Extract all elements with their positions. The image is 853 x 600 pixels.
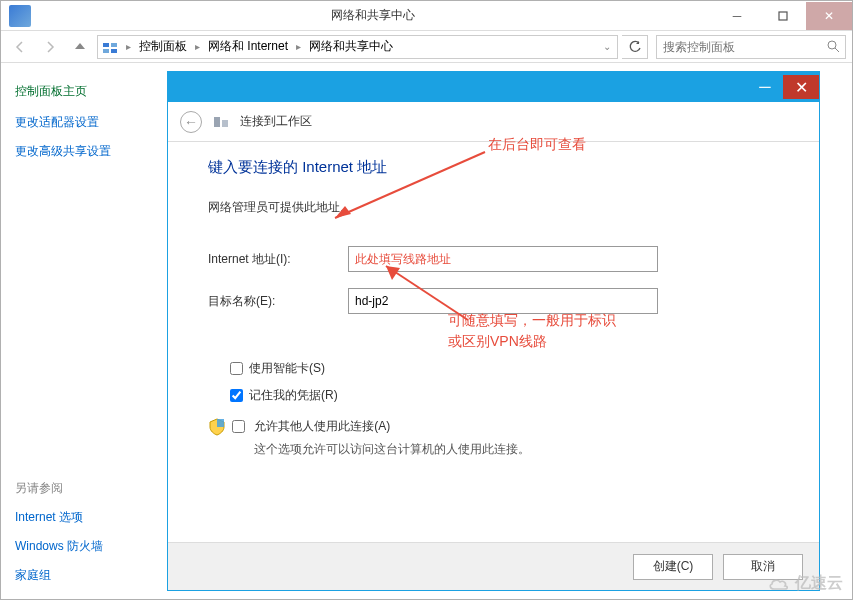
smartcard-label: 使用智能卡(S) (249, 360, 325, 377)
back-button[interactable] (7, 34, 33, 60)
svg-rect-1 (103, 43, 109, 47)
destination-name-label: 目标名称(E): (208, 293, 348, 310)
sidebar-homegroup[interactable]: 家庭组 (15, 567, 147, 584)
search-input[interactable] (657, 40, 821, 54)
breadcrumb-seg-3[interactable]: 网络和共享中心 (303, 36, 399, 58)
dialog-back-button[interactable]: ← (180, 111, 202, 133)
dialog-close-button[interactable]: ✕ (783, 75, 819, 99)
search-box[interactable] (656, 35, 846, 59)
breadcrumb-dropdown-icon[interactable]: ⌄ (601, 41, 617, 52)
dialog-body: 键入要连接的 Internet 地址 网络管理员可提供此地址。 Internet… (168, 142, 819, 542)
allow-others-subtext: 这个选项允许可以访问这台计算机的人使用此连接。 (254, 441, 530, 458)
sidebar-windows-firewall[interactable]: Windows 防火墙 (15, 538, 147, 555)
breadcrumb-root-icon[interactable] (98, 36, 124, 58)
shield-icon (208, 418, 226, 436)
svg-rect-9 (217, 419, 224, 427)
breadcrumb-sep: ▸ (124, 41, 133, 52)
internet-address-label: Internet 地址(I): (208, 251, 348, 268)
window-controls: ─ ✕ (714, 2, 852, 30)
svg-rect-7 (214, 117, 220, 127)
svg-line-6 (835, 48, 839, 52)
svg-rect-3 (103, 49, 109, 53)
sidebar-see-also: 另请参阅 Internet 选项 Windows 防火墙 家庭组 (15, 480, 147, 584)
main-area: ─ ✕ ← 连接到工作区 键入要连接的 Internet 地址 网络管理员可提供… (161, 63, 852, 599)
content-area: 控制面板主页 更改适配器设置 更改高级共享设置 另请参阅 Internet 选项… (1, 63, 852, 599)
internet-address-input[interactable] (348, 246, 658, 272)
sidebar-see-also-title: 另请参阅 (15, 480, 147, 497)
allow-others-checkbox[interactable] (232, 420, 245, 433)
breadcrumb-seg-1[interactable]: 控制面板 (133, 36, 193, 58)
sidebar: 控制面板主页 更改适配器设置 更改高级共享设置 另请参阅 Internet 选项… (1, 63, 161, 599)
dialog-footer: 创建(C) 取消 (168, 542, 819, 590)
svg-point-5 (828, 41, 836, 49)
refresh-button[interactable] (622, 35, 648, 59)
sidebar-home[interactable]: 控制面板主页 (15, 83, 147, 100)
breadcrumb-sep: ▸ (193, 41, 202, 52)
smartcard-checkbox-row: 使用智能卡(S) (230, 360, 779, 377)
app-icon (9, 5, 31, 27)
sidebar-internet-options[interactable]: Internet 选项 (15, 509, 147, 526)
allow-others-row: 允许其他人使用此连接(A) 这个选项允许可以访问这台计算机的人使用此连接。 (208, 418, 779, 458)
create-button[interactable]: 创建(C) (633, 554, 713, 580)
control-panel-window: 网络和共享中心 ─ ✕ ▸ 控制面板 ▸ 网络和 Internet ▸ (0, 0, 853, 600)
remember-checkbox[interactable] (230, 389, 243, 402)
minimize-button[interactable]: ─ (714, 2, 760, 30)
step-title: 键入要连接的 Internet 地址 (208, 158, 779, 177)
remember-checkbox-row: 记住我的凭据(R) (230, 387, 779, 404)
breadcrumb-seg-2[interactable]: 网络和 Internet (202, 36, 294, 58)
address-bar: ▸ 控制面板 ▸ 网络和 Internet ▸ 网络和共享中心 ⌄ (1, 31, 852, 63)
watermark-text: 亿速云 (795, 573, 843, 594)
destination-name-input[interactable] (348, 288, 658, 314)
forward-button[interactable] (37, 34, 63, 60)
dialog-header: ← 连接到工作区 (168, 102, 819, 142)
connect-workplace-dialog: ─ ✕ ← 连接到工作区 键入要连接的 Internet 地址 网络管理员可提供… (167, 71, 820, 591)
close-button[interactable]: ✕ (806, 2, 852, 30)
up-button[interactable] (67, 34, 93, 60)
svg-rect-8 (222, 120, 228, 127)
svg-rect-2 (111, 43, 117, 47)
workplace-icon (212, 113, 230, 131)
svg-rect-0 (779, 12, 787, 20)
smartcard-checkbox[interactable] (230, 362, 243, 375)
allow-others-label: 允许其他人使用此连接(A) (254, 419, 390, 433)
window-titlebar: 网络和共享中心 ─ ✕ (1, 1, 852, 31)
info-text: 网络管理员可提供此地址。 (208, 199, 779, 216)
breadcrumb[interactable]: ▸ 控制面板 ▸ 网络和 Internet ▸ 网络和共享中心 ⌄ (97, 35, 618, 59)
search-icon (821, 40, 845, 53)
dialog-titlebar: ─ ✕ (168, 72, 819, 102)
destination-name-row: 目标名称(E): (208, 288, 779, 314)
dialog-minimize-button[interactable]: ─ (747, 75, 783, 99)
sidebar-change-adapter[interactable]: 更改适配器设置 (15, 114, 147, 131)
cloud-icon (767, 575, 791, 593)
window-title: 网络和共享中心 (31, 7, 714, 24)
breadcrumb-sep: ▸ (294, 41, 303, 52)
internet-address-row: Internet 地址(I): (208, 246, 779, 272)
remember-label: 记住我的凭据(R) (249, 387, 338, 404)
maximize-button[interactable] (760, 2, 806, 30)
watermark: 亿速云 (767, 573, 843, 594)
sidebar-change-sharing[interactable]: 更改高级共享设置 (15, 143, 147, 160)
dialog-name: 连接到工作区 (240, 113, 312, 130)
svg-rect-4 (111, 49, 117, 53)
